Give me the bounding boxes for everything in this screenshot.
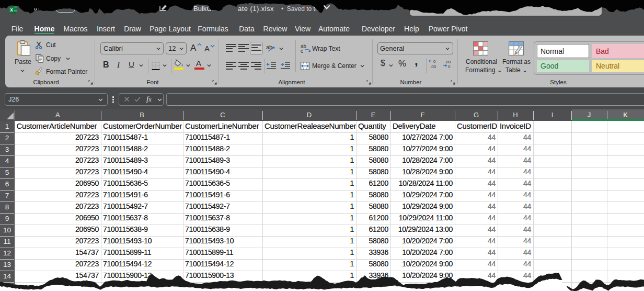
svg-text:.00: .00 xyxy=(445,60,451,64)
svg-text:.00: .00 xyxy=(430,64,436,69)
svg-text:0: 0 xyxy=(433,59,436,64)
svg-text:0: 0 xyxy=(448,64,451,69)
